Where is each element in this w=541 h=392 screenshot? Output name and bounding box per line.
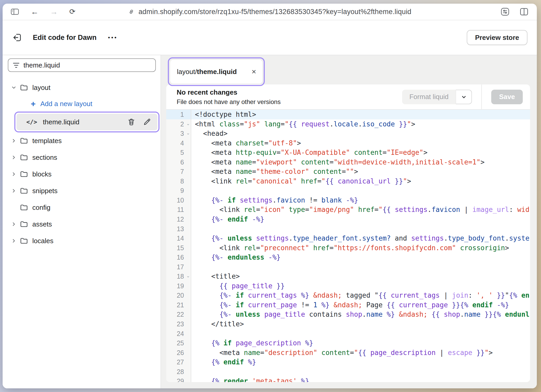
code-line-text[interactable]: </title> (191, 319, 530, 329)
code-line-2: 2⌄<html class="js" lang="{{ request.loca… (166, 119, 530, 129)
folder-label: locales (32, 237, 53, 245)
code-line-text[interactable]: {{ page_title }} (191, 281, 530, 291)
code-line-6: 6 <meta name="viewport" content="width=d… (166, 157, 530, 167)
code-line-text[interactable]: <link rel="icon" type="image/png" href="… (191, 205, 530, 215)
code-line-text[interactable] (191, 367, 530, 377)
delete-file-icon[interactable] (127, 118, 136, 126)
code-line-text[interactable]: <html class="js" lang="{{ request.locale… (191, 119, 530, 129)
folder-label: assets (32, 220, 52, 228)
page-settings-icon[interactable] (500, 7, 510, 16)
fold-chevron-icon[interactable]: ⌄ (186, 120, 190, 128)
file-search-input[interactable] (23, 61, 151, 69)
folder-icon (20, 84, 28, 91)
chevron-right-icon[interactable] (10, 171, 18, 177)
code-line-text[interactable]: <meta name="theme-color" content=""> (191, 167, 530, 176)
code-line-21: 21 {%- if current_page != 1 %} &ndash; P… (166, 300, 530, 310)
format-liquid-dropdown[interactable] (456, 90, 472, 104)
code-line-text[interactable]: {% endif %} (191, 357, 530, 367)
sidebar-item-templates[interactable]: templates (8, 132, 156, 149)
code-line-text[interactable]: {%- unless page_title contains shop.name… (191, 310, 530, 319)
line-number: 12 (166, 215, 191, 224)
code-line-text[interactable]: {%- if current_page != 1 %} &ndash; Page… (191, 300, 530, 310)
chevron-right-icon[interactable] (10, 188, 18, 194)
file-sidebar: layout+Add a new layout</>theme.liquidte… (3, 55, 161, 388)
address-bar[interactable]: admin.shopify.com/store/rzq1xu-f5/themes… (128, 8, 411, 16)
add-layout-label: Add a new layout (40, 100, 92, 108)
code-line-18: 18⌄ <title> (166, 272, 530, 281)
folder-icon (20, 237, 28, 245)
preview-store-button[interactable]: Preview store (467, 30, 527, 45)
file-search-box[interactable] (8, 58, 156, 72)
forward-icon[interactable]: → (50, 8, 58, 16)
code-line-text[interactable]: <title> (191, 272, 530, 281)
reload-icon[interactable]: ⟳ (69, 8, 75, 15)
exit-editor-icon[interactable] (12, 32, 22, 43)
save-button[interactable]: Save (491, 90, 523, 104)
sidebar-item-snippets[interactable]: snippets (8, 182, 156, 199)
more-actions-icon[interactable]: ••• (108, 34, 118, 41)
browser-window: ← → ⟳ admin.shopify.com/store/rzq1xu-f5/… (3, 4, 537, 388)
line-number: 17 (166, 262, 191, 272)
split-view-icon[interactable] (520, 8, 528, 16)
rename-file-icon[interactable] (143, 118, 151, 126)
sidebar-item-blocks[interactable]: blocks (8, 166, 156, 182)
fold-chevron-icon[interactable]: ⌄ (186, 129, 190, 137)
code-line-text[interactable]: <meta name="viewport" content="width=dev… (191, 157, 530, 167)
code-line-text[interactable]: <link rel="canonical" href="{{ canonical… (191, 176, 530, 186)
add-new-layout-button[interactable]: +Add a new layout (8, 96, 156, 112)
code-line-text[interactable]: <meta name="description" content="{{ pag… (191, 348, 530, 358)
sidebar-item-config[interactable]: config (8, 199, 156, 216)
code-line-28: 28 (166, 367, 530, 377)
code-line-text[interactable]: <!doctype html> (191, 110, 530, 119)
code-line-text[interactable] (191, 262, 530, 272)
sidebar-item-locales[interactable]: locales (8, 232, 156, 249)
code-line-1: 1<!doctype html> (166, 110, 530, 119)
line-number: 4 (166, 138, 191, 148)
tab-layout-theme-liquid[interactable]: layout/theme.liquid × (170, 60, 262, 84)
code-line-text[interactable]: <link rel="preconnect" href="https://fon… (191, 243, 530, 253)
code-editor[interactable]: 1<!doctype html>2⌄<html class="js" lang=… (166, 110, 530, 382)
chevron-right-icon[interactable] (10, 138, 18, 144)
code-line-text[interactable]: {% if page_description %} (191, 338, 530, 348)
line-number: 1 (166, 110, 191, 119)
code-line-text[interactable]: {%- endunless -%} (191, 253, 530, 262)
chevron-down-icon[interactable] (10, 85, 18, 90)
sidebar-item-assets[interactable]: assets (8, 216, 156, 232)
line-number: 3⌄ (166, 129, 191, 138)
code-line-text[interactable]: {%- if settings.favicon != blank -%} (191, 195, 530, 205)
code-line-text[interactable]: <meta http-equiv="X-UA-Compatible" conte… (191, 148, 530, 157)
file-item-theme-liquid[interactable]: </>theme.liquid (16, 114, 157, 130)
fold-chevron-icon[interactable]: ⌄ (186, 272, 190, 280)
line-number: 15 (166, 243, 191, 253)
code-line-text[interactable]: {% render 'meta-tags' %} (191, 376, 530, 382)
line-number: 29 (166, 376, 191, 382)
line-number: 9 (166, 186, 191, 195)
line-number: 22 (166, 310, 191, 319)
close-tab-icon[interactable]: × (251, 68, 256, 76)
version-subtitle: File does not have any other versions (177, 98, 281, 106)
back-icon[interactable]: ← (31, 8, 39, 16)
line-number: 6 (166, 157, 191, 167)
sidebar-item-sections[interactable]: sections (8, 149, 156, 166)
sidebar-item-layout[interactable]: layout (8, 79, 156, 96)
line-number: 14 (166, 234, 191, 243)
code-line-14: 14 {%- unless settings.type_header_font.… (166, 234, 530, 243)
folder-icon (20, 154, 28, 161)
code-line-text[interactable]: {%- endif -%} (191, 215, 530, 224)
code-line-text[interactable] (191, 329, 530, 339)
code-line-text[interactable] (191, 224, 530, 234)
chevron-right-icon[interactable] (10, 155, 18, 160)
chevron-right-icon[interactable] (10, 238, 18, 244)
format-liquid-split-button: Format liquid (402, 90, 472, 104)
code-line-text[interactable] (191, 186, 530, 195)
code-line-text[interactable]: <meta charset="utf-8"> (191, 138, 530, 148)
code-line-text[interactable]: {%- unless settings.type_header_font.sys… (191, 234, 530, 243)
sidebar-toggle-icon[interactable] (10, 8, 19, 16)
code-line-text[interactable]: <head> (191, 129, 530, 138)
chevron-right-icon[interactable] (10, 221, 18, 227)
version-bar: No recent changes File does not have any… (166, 84, 530, 110)
file-tree: layout+Add a new layout</>theme.liquidte… (8, 79, 156, 249)
format-liquid-button[interactable]: Format liquid (402, 90, 456, 104)
code-line-text[interactable]: {%- if current_tags %} &ndash; tagged "{… (191, 291, 530, 300)
code-line-10: 10 {%- if settings.favicon != blank -%} (166, 195, 530, 205)
